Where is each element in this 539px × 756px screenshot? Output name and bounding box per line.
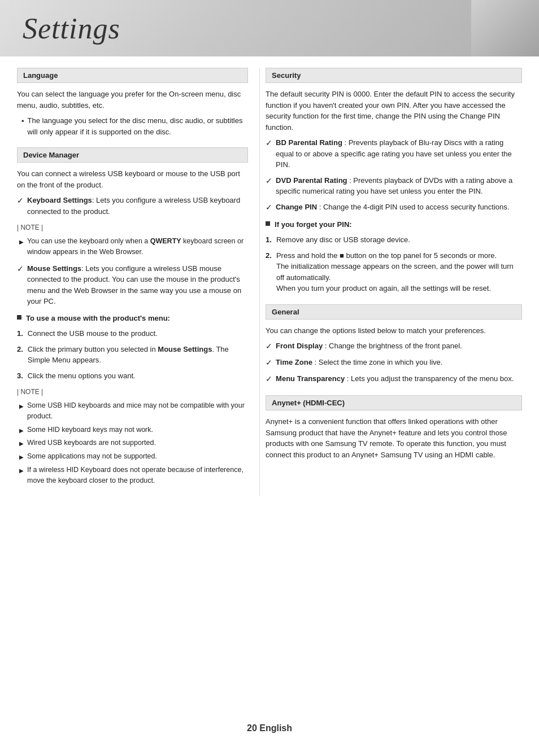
step-3-number: 3.: [17, 370, 23, 382]
step-3: 3. Click the menu options you want.: [17, 370, 248, 382]
check-icon-3: ✓: [266, 137, 272, 171]
step-1: 1. Connect the USB mouse to the product.: [17, 328, 248, 339]
time-zone-item: ✓ Time Zone : Select the time zone in wh…: [266, 357, 522, 369]
note2-item-4-text: Some applications may not be supported.: [27, 451, 157, 462]
security-step-1-text: Remove any disc or USB storage device.: [276, 234, 522, 246]
arrow-icon-6: ▶: [19, 466, 24, 486]
step-1-number: 1.: [17, 328, 23, 339]
check-icon-7: ✓: [266, 357, 272, 369]
time-zone-text: Time Zone : Select the time zone in whic…: [276, 357, 442, 369]
check-icon-2: ✓: [17, 263, 24, 307]
menu-transparency-item: ✓ Menu Transparency : Lets you adjust th…: [266, 373, 522, 385]
security-heading: Security: [266, 68, 522, 83]
note2-item-3: ▶ Wired USB keyboards are not supported.: [17, 438, 248, 448]
main-content: Language You can select the language you…: [0, 56, 539, 507]
language-bullet1: • The language you select for the disc m…: [17, 115, 248, 137]
mouse-settings-text: Mouse Settings: Lets you configure a wir…: [27, 263, 248, 307]
dvd-parental-item: ✓ DVD Parental Rating : Prevents playbac…: [266, 175, 522, 197]
arrow-icon-2: ▶: [19, 402, 24, 422]
keyboard-settings-item: ✓ Keyboard Settings: Lets you configure …: [17, 195, 248, 217]
arrow-icon: ▶: [19, 238, 24, 257]
check-icon-5: ✓: [266, 202, 272, 213]
square-bullet-icon-2: [266, 221, 270, 226]
keyboard-settings-label: Keyboard Settings: [27, 196, 92, 204]
left-column: Language You can select the language you…: [17, 68, 259, 496]
security-section: Security The default security PIN is 000…: [266, 68, 522, 294]
general-para1: You can change the options listed below …: [266, 325, 522, 337]
arrow-icon-3: ▶: [19, 426, 24, 435]
page-footer: 20 English: [0, 712, 539, 745]
security-step-2-text: Press and hold the ■ button on the top p…: [276, 250, 522, 294]
security-para1: The default security PIN is 0000. Enter …: [266, 89, 522, 133]
security-step-2-number: 2.: [266, 250, 272, 294]
forget-pin-header-text: If you forget your PIN:: [275, 219, 352, 230]
page-title: Settings: [23, 12, 120, 45]
language-bullet1-text: The language you select for the disc men…: [28, 115, 249, 137]
anynet-para1: Anynet+ is a convenient function that of…: [266, 416, 522, 460]
note-item-1-text: You can use the keyboard only when a QWE…: [27, 236, 248, 257]
general-section: General You can change the options liste…: [266, 304, 522, 386]
note-title-2: | NOTE |: [17, 387, 248, 397]
footer-lang: English: [259, 723, 292, 733]
use-mouse-header-text: To use a mouse with the product's menu:: [26, 313, 170, 324]
bullet-icon: •: [21, 116, 24, 137]
device-manager-para1: You can connect a wireless USB keyboard …: [17, 168, 248, 190]
use-mouse-header: To use a mouse with the product's menu:: [17, 313, 248, 324]
change-pin-item: ✓ Change PIN : Change the 4-digit PIN us…: [266, 202, 522, 213]
step-3-text: Click the menu options you want.: [28, 370, 248, 382]
mouse-settings-item: ✓ Mouse Settings: Lets you configure a w…: [17, 263, 248, 307]
front-display-text: Front Display : Change the brightness of…: [276, 340, 462, 352]
device-manager-heading: Device Manager: [17, 147, 248, 163]
square-bullet-icon: [17, 315, 21, 320]
note-title-1: | NOTE |: [17, 222, 248, 233]
check-icon-4: ✓: [266, 175, 272, 197]
note-item-1: ▶ You can use the keyboard only when a Q…: [17, 236, 248, 257]
keyboard-settings-text: Keyboard Settings: Lets you configure a …: [27, 195, 248, 217]
anynet-section: Anynet+ (HDMI-CEC) Anynet+ is a convenie…: [266, 395, 522, 460]
menu-transparency-text: Menu Transparency : Lets you adjust the …: [276, 373, 514, 385]
page-header: Settings: [0, 0, 539, 56]
language-heading: Language: [17, 68, 248, 83]
mouse-settings-label: Mouse Settings: [27, 264, 81, 273]
dvd-parental-text: DVD Parental Rating : Prevents playback …: [276, 175, 522, 197]
check-icon: ✓: [17, 195, 24, 217]
check-icon-8: ✓: [266, 373, 272, 385]
bd-parental-text: BD Parental Rating : Prevents playback o…: [276, 137, 522, 171]
anynet-heading: Anynet+ (HDMI-CEC): [266, 395, 522, 410]
step-2-number: 2.: [17, 344, 23, 366]
security-step-2: 2. Press and hold the ■ button on the to…: [266, 250, 522, 294]
step-1-text: Connect the USB mouse to the product.: [28, 328, 248, 339]
change-pin-text: Change PIN : Change the 4-digit PIN used…: [276, 202, 509, 213]
arrow-icon-5: ▶: [19, 453, 24, 462]
note2-item-5: ▶ If a wireless HID Keyboard does not op…: [17, 465, 248, 486]
arrow-icon-4: ▶: [19, 439, 24, 448]
security-step-1-number: 1.: [266, 234, 272, 246]
note-block-1: | NOTE | ▶ You can use the keyboard only…: [17, 222, 248, 257]
device-manager-section: Device Manager You can connect a wireles…: [17, 147, 248, 486]
note2-item-2-text: Some HID keyboard keys may not work.: [27, 425, 153, 435]
front-display-item: ✓ Front Display : Change the brightness …: [266, 340, 522, 352]
bd-parental-item: ✓ BD Parental Rating : Prevents playback…: [266, 137, 522, 171]
page-number: 20: [247, 723, 257, 733]
right-column: Security The default security PIN is 000…: [259, 68, 522, 496]
forget-pin-header: If you forget your PIN:: [266, 219, 522, 230]
security-step-1: 1. Remove any disc or USB storage device…: [266, 234, 522, 246]
language-section: Language You can select the language you…: [17, 68, 248, 137]
step-2-text: Click the primary button you selected in…: [28, 344, 248, 366]
note2-item-5-text: If a wireless HID Keyboard does not oper…: [27, 465, 248, 486]
step-2: 2. Click the primary button you selected…: [17, 344, 248, 366]
language-para1: You can select the language you prefer f…: [17, 89, 248, 111]
note2-item-1-text: Some USB HID keyboards and mice may not …: [27, 400, 248, 422]
note2-item-3-text: Wired USB keyboards are not supported.: [27, 438, 156, 448]
note-block-2: | NOTE | ▶ Some USB HID keyboards and mi…: [17, 387, 248, 486]
note2-item-2: ▶ Some HID keyboard keys may not work.: [17, 425, 248, 435]
general-heading: General: [266, 304, 522, 320]
check-icon-6: ✓: [266, 340, 272, 352]
note2-item-1: ▶ Some USB HID keyboards and mice may no…: [17, 400, 248, 422]
note2-item-4: ▶ Some applications may not be supported…: [17, 451, 248, 462]
